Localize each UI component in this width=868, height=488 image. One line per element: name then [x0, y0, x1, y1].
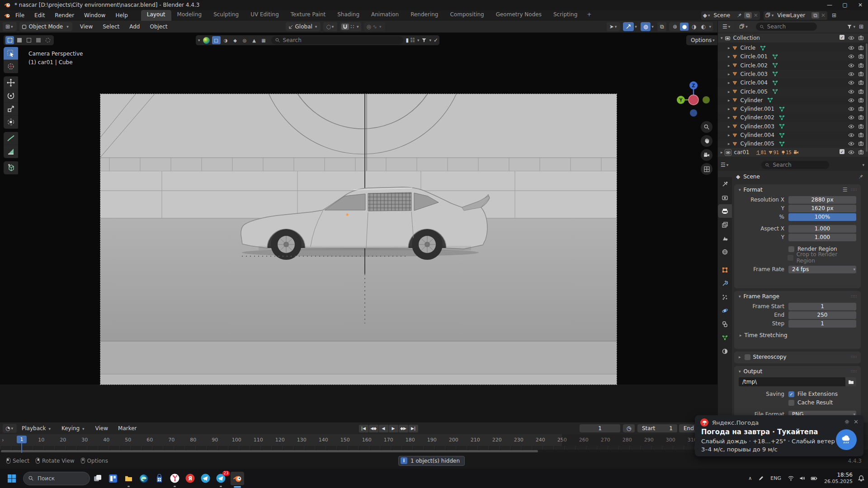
properties-options-chevron[interactable]: ▾: [862, 163, 864, 167]
battery-icon[interactable]: [810, 475, 818, 482]
tool-annotate[interactable]: [4, 132, 18, 145]
expand-icon[interactable]: ▸: [728, 46, 730, 50]
tool-select-box[interactable]: [4, 47, 18, 60]
transform-orientation-dropdown[interactable]: Global▾: [286, 22, 321, 31]
properties-search-input[interactable]: Search: [761, 161, 829, 169]
current-frame-field[interactable]: 1: [580, 424, 620, 432]
notification-close-icon[interactable]: ✕: [854, 418, 859, 425]
id-filter-object-icon[interactable]: □: [212, 36, 221, 44]
expand-icon[interactable]: ▸: [728, 98, 730, 103]
expand-icon[interactable]: ▸: [728, 89, 730, 94]
playhead[interactable]: 1: [17, 436, 27, 443]
hide-eye-icon[interactable]: [848, 141, 854, 147]
telegram-2-icon[interactable]: 23: [215, 473, 226, 484]
perspective-toggle-button[interactable]: [701, 163, 712, 175]
weather-notification[interactable]: Яндекс.Погода ✕ Погода на завтра · Тукай…: [695, 415, 863, 456]
tool-add-cube[interactable]: [4, 161, 18, 174]
disable-render-icon[interactable]: [858, 35, 864, 41]
jump-to-end-button[interactable]: ▶|: [409, 425, 418, 432]
resolution-y-field[interactable]: 1620 px: [788, 205, 856, 212]
browse-folder-button[interactable]: [845, 377, 856, 386]
delete-view-layer-icon[interactable]: ✕: [821, 12, 826, 19]
tool-measure[interactable]: [4, 145, 18, 158]
id-filter-collection-icon[interactable]: ▦: [259, 36, 268, 44]
copy-view-layer-icon[interactable]: ⧉: [811, 12, 819, 19]
select-circle-mode-icon[interactable]: [24, 36, 33, 44]
outliner-row[interactable]: ▸ Circle.002: [718, 61, 868, 70]
workspace-tab[interactable]: Animation: [365, 10, 405, 21]
copy-scene-icon[interactable]: ⧉: [744, 12, 752, 19]
volume-icon[interactable]: [799, 475, 806, 482]
language-indicator[interactable]: ENG: [770, 475, 781, 481]
workspace-tab[interactable]: UV Editing: [245, 10, 285, 21]
play-reverse-button[interactable]: ◀: [379, 425, 388, 432]
tool-move[interactable]: [4, 76, 18, 89]
overlays-toggle[interactable]: ◍: [641, 22, 651, 31]
gizmos-toggle[interactable]: [623, 22, 634, 31]
select-none-mode-icon[interactable]: [43, 36, 52, 44]
outliner-row[interactable]: ▸ Circle.001: [718, 52, 868, 61]
workspace-icon[interactable]: ⊞: [832, 12, 836, 19]
view-layer-selector[interactable]: 🗇︎▾ ViewLayer ⧉ ✕: [764, 11, 827, 20]
select-tweak-mode-icon[interactable]: [15, 36, 24, 44]
prev-keyframe-button[interactable]: ◀◆: [369, 425, 378, 432]
outliner-row[interactable]: ▸ Circle.004: [718, 78, 868, 87]
disable-render-icon[interactable]: [858, 80, 864, 85]
panel-collapse-icon[interactable]: ▾: [739, 188, 741, 192]
add-workspace-button[interactable]: +: [583, 10, 595, 21]
edge-icon[interactable]: [138, 473, 149, 484]
viewport-menu-item[interactable]: Object: [145, 23, 172, 30]
pin-icon[interactable]: 📌︎: [858, 174, 863, 180]
menubar-item[interactable]: Edit: [29, 12, 50, 19]
workspace-tab[interactable]: Rendering: [405, 10, 444, 21]
snap-with-icon[interactable]: ∷: [350, 23, 354, 30]
collapse-chevron-icon[interactable]: ▾: [198, 38, 200, 42]
clock[interactable]: 18:56 26.05.2025: [824, 471, 853, 485]
disable-render-icon[interactable]: [858, 71, 864, 77]
next-keyframe-button[interactable]: ◆▶: [399, 425, 408, 432]
render-region-checkbox[interactable]: [788, 246, 794, 252]
properties-tab-data[interactable]: [718, 331, 732, 344]
outliner-row[interactable]: ▸ Circle: [718, 43, 868, 52]
timeline-scrollbar-thumb[interactable]: [1, 450, 538, 452]
panel-collapse-icon[interactable]: ▾: [739, 369, 741, 374]
gizmo-z-neg-axis[interactable]: [690, 109, 697, 117]
start-button[interactable]: [6, 473, 17, 484]
panel-collapse-icon[interactable]: ▸: [739, 355, 741, 359]
outliner-row[interactable]: ▸ Circle.005: [718, 87, 868, 96]
fake-user-shield-icon[interactable]: ✓: [434, 37, 438, 43]
frame-start-field[interactable]: Start1: [637, 424, 677, 432]
outliner-row[interactable]: ▸ Circle.003: [718, 70, 868, 79]
hide-eye-icon[interactable]: [848, 80, 854, 86]
expand-icon[interactable]: ▸: [728, 54, 730, 59]
gizmo-y-axis[interactable]: Y: [679, 98, 683, 103]
viewport-menu-item[interactable]: Add: [124, 23, 145, 30]
viewport-menu-item[interactable]: View: [75, 23, 98, 30]
hide-eye-icon[interactable]: [848, 123, 854, 130]
menubar-item[interactable]: Render: [50, 12, 79, 19]
channel-expand-icon[interactable]: ›: [2, 437, 4, 443]
viewport-menu-item[interactable]: Select: [98, 23, 124, 30]
hide-eye-icon[interactable]: [848, 97, 854, 103]
telegram-icon[interactable]: [200, 473, 211, 484]
playback-menu[interactable]: Playback ▾: [17, 425, 57, 432]
bookmark-icon[interactable]: ▮: [406, 37, 409, 43]
auto-keying-stopwatch-icon[interactable]: ◷: [623, 424, 635, 432]
menubar-item[interactable]: Help: [110, 12, 132, 19]
yandex-browser-icon[interactable]: [169, 473, 180, 484]
zoom-button[interactable]: [701, 121, 712, 133]
view-menu[interactable]: View: [90, 425, 113, 432]
outliner-filter-id-icon[interactable]: 🗇︎▾: [736, 22, 751, 31]
pin-icon[interactable]: 📌︎: [736, 12, 742, 19]
options-button[interactable]: Options▾: [686, 35, 717, 45]
id-filter-scene-icon[interactable]: ◆: [231, 36, 240, 44]
navigation-gizmo[interactable]: Z Y: [676, 80, 712, 120]
aspect-y-field[interactable]: 1.000: [788, 234, 856, 241]
select-box-mode-icon[interactable]: [5, 36, 14, 44]
wifi-icon[interactable]: [788, 475, 794, 482]
workspace-tab[interactable]: Texture Paint: [285, 10, 331, 21]
file-explorer-icon[interactable]: [123, 473, 134, 484]
outliner-row[interactable]: ▸ Cylinder.003: [718, 122, 868, 131]
hide-eye-icon[interactable]: [848, 106, 854, 112]
notification-bell-icon[interactable]: [858, 475, 864, 482]
